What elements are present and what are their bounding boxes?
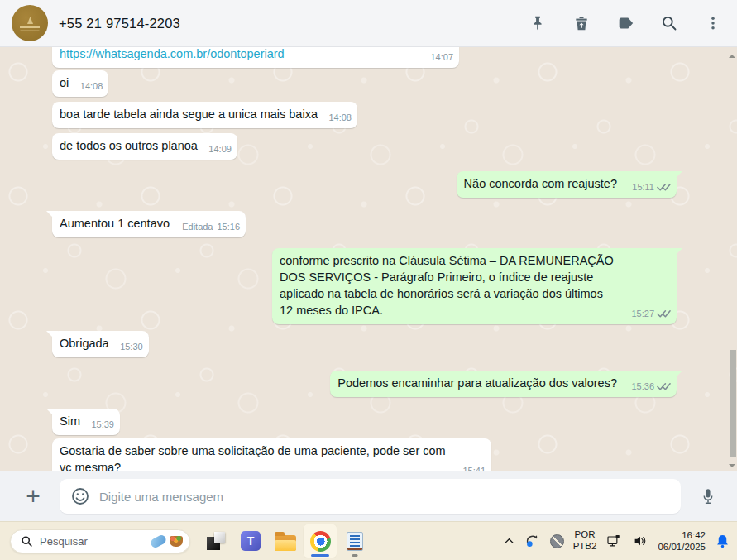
tray-chevron-up-icon[interactable] (503, 535, 515, 548)
scrollbar-down-arrow[interactable] (729, 464, 735, 467)
search-highlight-icons[interactable] (151, 536, 183, 547)
message-text: de todos os outros planoa (60, 139, 198, 152)
double-check-icon (657, 309, 671, 318)
mic-icon[interactable] (696, 484, 720, 509)
teams-icon: T (241, 531, 261, 551)
edited-label: Editada (182, 218, 213, 235)
message-bubble[interactable]: Aumentou 1 centavo Editada 15:16 (52, 211, 246, 237)
blue-mat-icon (150, 534, 168, 549)
emoji-icon[interactable] (69, 486, 91, 507)
message-time: 15:36 (631, 378, 654, 395)
message-text: Obrigada (60, 337, 109, 350)
app-notepad[interactable] (337, 524, 372, 558)
message-link[interactable]: https://whatsagenda.com.br/odontoperiard (60, 47, 285, 60)
scrollbar-thumb[interactable] (730, 350, 736, 457)
message-bubble[interactable]: Podemos encaminhar para atualização dos … (330, 371, 677, 397)
message-bubble[interactable]: Sim 15:39 (52, 409, 120, 435)
vegetable-basket-icon (170, 536, 183, 547)
message-bubble[interactable]: oi 14:08 (52, 70, 108, 97)
message-text: oi (60, 76, 69, 89)
double-check-icon (657, 183, 671, 192)
label-icon[interactable] (616, 14, 634, 32)
message-time: 15:27 (631, 305, 654, 322)
message-bubble[interactable]: Gostaria de saber sobre uma solicitação … (52, 438, 491, 471)
tray-volume-icon[interactable] (632, 534, 648, 548)
chat-area: https://whatsagenda.com.br/odontoperiard… (0, 47, 737, 471)
search-icon[interactable] (660, 14, 678, 32)
message-time: 14:07 (430, 49, 453, 65)
menu-icon[interactable] (704, 14, 722, 32)
message-stream: https://whatsagenda.com.br/odontoperiard… (0, 47, 737, 471)
taskbar-search-box[interactable] (10, 529, 190, 553)
message-time: 15:16 (217, 218, 240, 235)
app-task-squares[interactable] (199, 524, 233, 558)
tray-language[interactable]: POR PTB2 (573, 529, 597, 553)
squares-app-icon (207, 532, 225, 550)
message-time: 14:08 (80, 78, 103, 94)
chrome-icon (310, 531, 331, 552)
system-tray: POR PTB2 16:42 06/01/2025 (503, 529, 730, 553)
message-composer: + (0, 471, 737, 521)
tray-clock[interactable]: 16:42 06/01/2025 (658, 529, 706, 553)
tray-time: 16:42 (658, 529, 706, 541)
message-bubble[interactable]: boa tarde tabela ainda segue a unica mai… (52, 102, 357, 128)
notepad-icon (347, 532, 363, 551)
message-bubble[interactable]: de todos os outros planoa 14:09 (52, 133, 237, 160)
message-input[interactable] (99, 490, 671, 504)
message-text: conforme prescrito na Cláusula Sétima – … (280, 254, 614, 317)
message-text: Sim (60, 414, 80, 428)
message-bubble[interactable]: https://whatsagenda.com.br/odontoperiard… (52, 47, 459, 68)
message-text: Não concorda com reajuste? (464, 177, 617, 190)
app-teams[interactable]: T (233, 524, 268, 558)
message-text: Aumentou 1 centavo (60, 217, 170, 230)
contact-phone: +55 21 97514-2203 (59, 16, 180, 31)
taskbar-search-input[interactable] (40, 535, 151, 548)
message-bubble[interactable]: conforme prescrito na Cláusula Sétima – … (272, 248, 677, 324)
notification-bell-icon[interactable] (715, 534, 730, 549)
message-time: 15:39 (91, 416, 114, 433)
message-bubble[interactable]: Obrigada 15:30 (52, 331, 149, 357)
tray-blocked-icon[interactable] (550, 534, 564, 548)
chat-header: +55 21 97514-2203 (0, 0, 737, 47)
message-text: boa tarde tabela ainda segue a unica mai… (60, 108, 318, 121)
windows-taskbar: T POR PTB2 (0, 521, 737, 560)
scrollbar-up-arrow[interactable] (729, 55, 735, 58)
attach-plus-icon[interactable]: + (18, 484, 48, 509)
message-input-box[interactable] (60, 479, 681, 514)
folder-icon (275, 535, 296, 551)
tray-sync-icon[interactable] (524, 533, 541, 549)
message-time: 15:11 (632, 179, 654, 195)
message-time: 15:30 (120, 338, 143, 355)
tray-date: 06/01/2025 (658, 541, 706, 553)
contact-avatar[interactable] (12, 5, 48, 41)
app-file-explorer[interactable] (268, 524, 303, 558)
app-chrome-active[interactable] (303, 524, 337, 558)
message-time: 14:08 (328, 109, 352, 126)
taskbar-apps: T (199, 524, 372, 558)
double-check-icon (657, 382, 671, 391)
message-text: Podemos encaminhar para atualização dos … (337, 376, 617, 390)
message-bubble[interactable]: Não concorda com reajuste? 15:11 (457, 171, 677, 198)
tray-cast-icon[interactable] (605, 533, 623, 549)
message-time: 15:41 (462, 462, 486, 471)
message-time: 14:09 (208, 141, 232, 157)
delete-icon[interactable] (572, 14, 591, 32)
whatsapp-window: +55 21 97514-2203 (0, 0, 737, 560)
search-icon (21, 535, 33, 548)
pin-icon[interactable] (529, 14, 547, 32)
message-text: Gostaria de saber sobre uma solicitação … (60, 444, 446, 471)
